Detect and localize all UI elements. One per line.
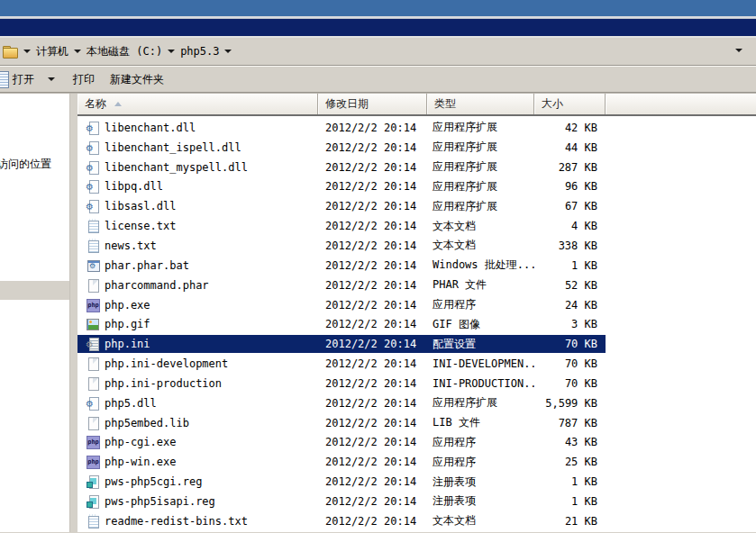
php-application-icon <box>86 435 100 449</box>
breadcrumb-local-disk-c[interactable]: 本地磁盘 (C:) <box>87 44 162 59</box>
text-file-icon <box>86 514 100 528</box>
text-file-icon <box>86 219 100 233</box>
file-row[interactable]: libpq.dll 2012/2/2 20:14 应用程序扩展 96 KB <box>77 177 756 197</box>
open-button[interactable]: 打开 <box>13 72 34 87</box>
open-with-app-icon <box>0 71 9 88</box>
file-row-selection-area: php.gif 2012/2/2 20:14 GIF 图像 3 KB <box>77 315 606 333</box>
file-type: 文本文档 <box>427 238 534 253</box>
file-row[interactable]: php.ini-production 2012/2/2 20:14 INI-PR… <box>77 374 756 393</box>
breadcrumb-arrow-icon[interactable] <box>224 50 232 53</box>
file-row-selection-area: php.ini-production 2012/2/2 20:14 INI-PR… <box>77 375 606 393</box>
file-type: 应用程序扩展 <box>427 179 534 194</box>
sidebar-item-recent-places[interactable]: 最近访问的位置 <box>0 157 51 172</box>
batch-file-icon <box>86 258 100 273</box>
file-type: 文本文档 <box>427 513 534 528</box>
column-header-date-modified[interactable]: 修改日期 <box>318 94 427 114</box>
file-row[interactable]: pharcommand.phar 2012/2/2 20:14 PHAR 文件 … <box>77 276 756 295</box>
file-row[interactable]: pws-php5isapi.reg 2012/2/2 20:14 注册表项 1 … <box>77 492 756 511</box>
file-date-modified: 2012/2/2 20:14 <box>318 495 427 508</box>
file-size: 42 KB <box>534 122 606 134</box>
file-row[interactable]: php.gif 2012/2/2 20:14 GIF 图像 3 KB <box>77 314 756 334</box>
file-row[interactable]: php5embed.lib 2012/2/2 20:14 LIB 文件 787 … <box>77 413 756 433</box>
file-row-selection-area: readme-redist-bins.txt 2012/2/2 20:14 文本… <box>77 512 606 530</box>
file-date-modified: 2012/2/2 20:14 <box>318 299 427 312</box>
file-size: 787 KB <box>534 417 606 429</box>
file-row[interactable]: libenchant_ispell.dll 2012/2/2 20:14 应用程… <box>77 138 756 158</box>
address-bar: 计算机 本地磁盘 (C:) php5.3 <box>0 38 756 65</box>
column-header-type[interactable]: 类型 <box>427 94 534 114</box>
text-file-icon <box>86 239 100 253</box>
file-row[interactable]: php5.dll 2012/2/2 20:14 应用程序扩展 5,599 KB <box>77 393 756 413</box>
dll-file-icon <box>86 160 100 175</box>
dll-file-icon <box>86 121 100 135</box>
file-row[interactable]: php-win.exe 2012/2/2 20:14 应用程序 25 KB <box>77 452 756 472</box>
location-dropdown-icon[interactable] <box>23 50 31 53</box>
dll-file-icon <box>86 140 100 155</box>
file-type: 应用程序扩展 <box>427 199 534 214</box>
pane-splitter[interactable] <box>70 94 77 532</box>
file-date-modified: 2012/2/2 20:14 <box>318 475 427 488</box>
file-size: 287 KB <box>534 161 606 174</box>
file-name: news.txt <box>105 239 157 252</box>
sort-ascending-icon <box>114 102 122 106</box>
file-date-modified: 2012/2/2 20:14 <box>318 180 427 193</box>
address-history-dropdown-icon[interactable] <box>735 49 742 52</box>
generic-file-icon <box>86 376 100 391</box>
file-row[interactable]: phar.phar.bat 2012/2/2 20:14 Windows 批处理… <box>77 256 756 276</box>
dll-file-icon <box>86 199 100 213</box>
file-row[interactable]: libsasl.dll 2012/2/2 20:14 应用程序扩展 67 KB <box>77 196 756 216</box>
file-name-cell: news.txt <box>77 239 318 253</box>
file-row-selection-area: php.ini 2012/2/2 20:14 配置设置 70 KB <box>77 335 606 353</box>
file-type: 应用程序 <box>427 455 534 470</box>
file-list-pane: 名称 修改日期 类型 大小 libenchant.dll 2012/2/2 20… <box>77 94 756 532</box>
file-name-cell: php-cgi.exe <box>77 435 318 449</box>
column-header-filler <box>606 94 756 114</box>
file-date-modified: 2012/2/2 20:14 <box>318 200 427 212</box>
file-row-selection-area: phar.phar.bat 2012/2/2 20:14 Windows 批处理… <box>77 257 606 275</box>
file-name: pharcommand.phar <box>105 279 209 292</box>
file-row[interactable]: pws-php5cgi.reg 2012/2/2 20:14 注册表项 1 KB <box>77 472 756 492</box>
dll-file-icon <box>86 396 100 411</box>
file-size: 70 KB <box>534 338 606 350</box>
explorer-window-titlebar[interactable] <box>0 19 756 36</box>
ini-config-icon <box>86 337 100 351</box>
column-header-size[interactable]: 大小 <box>534 94 606 114</box>
file-row[interactable]: php.ini 2012/2/2 20:14 配置设置 70 KB <box>77 334 756 354</box>
registry-file-icon <box>86 474 100 489</box>
file-name: php5embed.lib <box>105 417 189 429</box>
file-date-modified: 2012/2/2 20:14 <box>318 515 427 528</box>
file-name: pws-php5cgi.reg <box>105 475 202 488</box>
new-folder-button[interactable]: 新建文件夹 <box>110 72 164 87</box>
file-type: 配置设置 <box>427 337 534 352</box>
file-name-cell: php.ini <box>77 337 318 351</box>
file-size: 70 KB <box>534 377 606 390</box>
file-row[interactable]: libenchant_myspell.dll 2012/2/2 20:14 应用… <box>77 158 756 177</box>
file-row[interactable]: license.txt 2012/2/2 20:14 文本文档 4 KB <box>77 216 756 236</box>
location-folder-icon[interactable] <box>3 45 18 59</box>
open-dropdown-icon[interactable] <box>48 77 55 81</box>
file-name-cell: libenchant_myspell.dll <box>77 160 318 175</box>
file-type: 注册表项 <box>427 493 534 509</box>
file-date-modified: 2012/2/2 20:14 <box>318 436 427 448</box>
file-type: 应用程序 <box>427 297 534 312</box>
file-row-selection-area: pharcommand.phar 2012/2/2 20:14 PHAR 文件 … <box>77 276 606 294</box>
file-row[interactable]: readme-redist-bins.txt 2012/2/2 20:14 文本… <box>77 511 756 531</box>
breadcrumb-arrow-icon[interactable] <box>168 50 175 53</box>
file-row[interactable]: php.ini-development 2012/2/2 20:14 INI-D… <box>77 354 756 374</box>
file-row-selection-area: php.ini-development 2012/2/2 20:14 INI-D… <box>77 355 606 373</box>
file-size: 1 KB <box>534 495 606 508</box>
file-row[interactable]: libenchant.dll 2012/2/2 20:14 应用程序扩展 42 … <box>77 118 756 138</box>
breadcrumb-computer[interactable]: 计算机 <box>36 44 68 59</box>
file-name: php.ini-production <box>105 377 222 390</box>
breadcrumb-php53[interactable]: php5.3 <box>180 45 219 58</box>
php-application-icon <box>86 455 100 469</box>
column-header-row: 名称 修改日期 类型 大小 <box>77 94 756 116</box>
file-row[interactable]: php.exe 2012/2/2 20:14 应用程序 24 KB <box>77 295 756 315</box>
file-name: libsasl.dll <box>105 200 176 212</box>
print-button[interactable]: 打印 <box>73 72 95 87</box>
file-row-selection-area: libenchant_ispell.dll 2012/2/2 20:14 应用程… <box>77 139 606 157</box>
file-row[interactable]: news.txt 2012/2/2 20:14 文本文档 338 KB <box>77 236 756 256</box>
breadcrumb-arrow-icon[interactable] <box>74 50 81 53</box>
column-header-name[interactable]: 名称 <box>77 94 318 114</box>
file-row[interactable]: php-cgi.exe 2012/2/2 20:14 应用程序 43 KB <box>77 433 756 453</box>
